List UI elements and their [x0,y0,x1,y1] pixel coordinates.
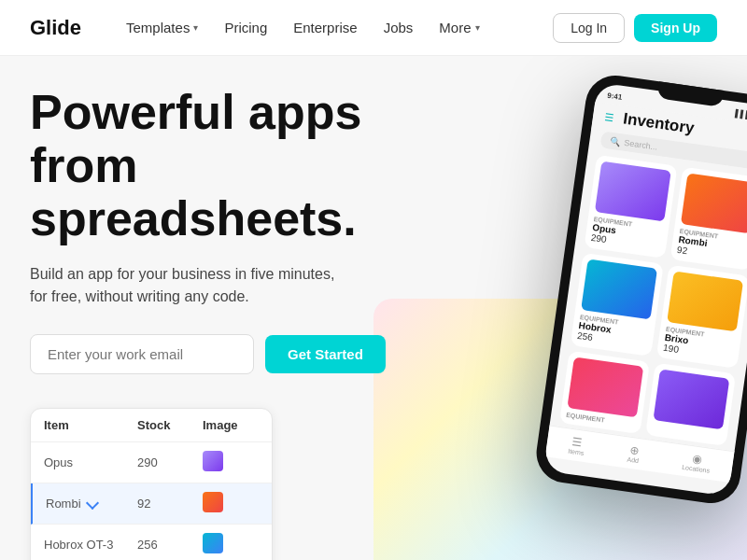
table-header: Item Stock Image [31,409,272,442]
phone-card-image-rombi [681,173,747,233]
phone-card-hobrox[interactable]: Equipment Hobrox 256 [571,253,664,357]
nav-templates[interactable]: Templates ▾ [126,20,198,35]
table-row: Opus 290 [31,442,272,483]
chevron-down-icon-more: ▾ [475,22,480,33]
nav-more[interactable]: More ▾ [439,20,479,35]
phone-card-image-opter [567,357,643,417]
cell-image-hobrox [203,533,223,553]
menu-icon: ☰ [603,112,614,124]
cell-image-opus [203,451,223,471]
phone-card-brixo[interactable]: Equipment Brixo 190 [656,265,747,369]
nav-actions: Log In Sign Up [553,13,717,43]
phone-screen: 9:41 ▐▐▐ ◉ ▮▮▮ ☰ Inventory Edit 🔍 Search… [543,82,747,497]
phone-app-title: Inventory [622,109,695,136]
hero-cta: Get Started [30,334,478,374]
phone-body: 9:41 ▐▐▐ ◉ ▮▮▮ ☰ Inventory Edit 🔍 Search… [532,72,747,507]
phone-card-opus[interactable]: Equipment Opus 290 [584,155,677,259]
table-preview: Item Stock Image Opus 290 Rombi 92 Hobro… [30,408,273,560]
login-button[interactable]: Log In [553,13,625,43]
cursor-icon [86,496,99,509]
phone-mockup: 9:41 ▐▐▐ ◉ ▮▮▮ ☰ Inventory Edit 🔍 Search… [560,84,747,495]
phone-card-image-extra [653,369,729,429]
phone-grid: Equipment Opus 290 Equipment Rombi 92 [550,153,747,447]
rombi-name: Rombi [46,497,137,511]
phone-nav-locations[interactable]: ◉ Locations [682,451,712,474]
navbar: Glide Templates ▾ Pricing Enterprise Job… [0,0,747,56]
logo[interactable]: Glide [30,16,81,40]
phone-card-opter[interactable]: Equipment [559,351,650,434]
phone-card-rombi[interactable]: Equipment Rombi 92 [670,167,747,271]
phone-card-extra[interactable] [645,363,736,446]
hero-title: Powerful apps from spreadsheets. [30,86,478,246]
hero-subtitle: Build an app for your business in five m… [30,263,347,308]
phone-nav-add[interactable]: ⊕ Add [627,443,641,465]
signup-button[interactable]: Sign Up [634,14,717,42]
phone-card-image-opus [595,161,671,222]
nav-links: Templates ▾ Pricing Enterprise Jobs More… [126,20,553,35]
nav-jobs[interactable]: Jobs [384,20,414,35]
hero-section: Powerful apps from spreadsheets. Build a… [0,56,747,560]
nav-enterprise[interactable]: Enterprise [293,20,357,35]
hero-left: Powerful apps from spreadsheets. Build a… [30,86,478,560]
get-started-button[interactable]: Get Started [265,335,386,373]
phone-nav-items[interactable]: ☰ Items [568,435,586,456]
table-row: Hobrox OT-3 256 [31,525,272,560]
search-icon: 🔍 [610,136,621,147]
phone-card-image-brixo [667,271,743,331]
cell-image-rombi [203,492,223,512]
phone-card-image-hobrox [581,259,657,320]
chevron-down-icon: ▾ [193,22,198,33]
nav-pricing[interactable]: Pricing [224,20,267,35]
email-input[interactable] [30,334,254,374]
table-row-rombi[interactable]: Rombi 92 [31,483,272,525]
